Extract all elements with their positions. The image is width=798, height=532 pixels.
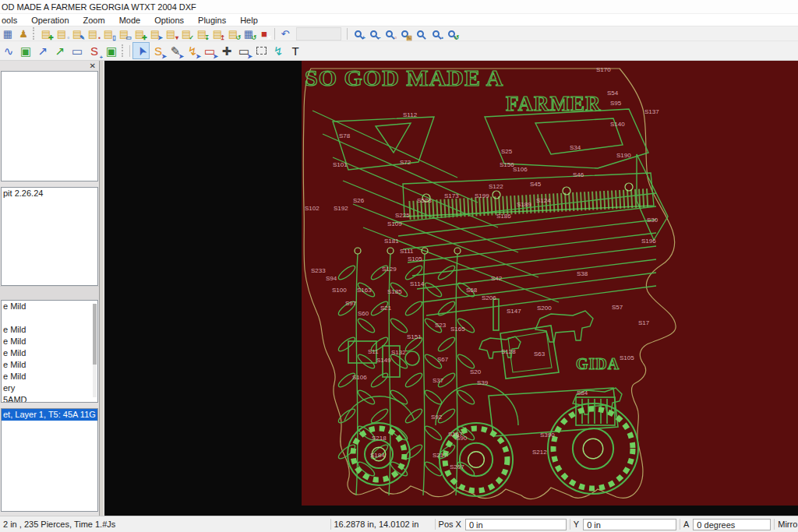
part-label: S173 bbox=[444, 192, 459, 199]
zoom-out-icon[interactable]: − bbox=[365, 27, 381, 41]
import-part-icon[interactable]: ▤↧ bbox=[194, 27, 210, 41]
zoom-selected-icon[interactable]: ▪ bbox=[428, 27, 443, 41]
add-part-icon[interactable]: ▤✚ bbox=[38, 27, 54, 41]
pan-icon[interactable]: ✚ bbox=[218, 42, 235, 59]
version-text: pit 2.26.24 bbox=[3, 188, 43, 198]
part-label: S21 bbox=[380, 305, 392, 312]
part-label: S124 bbox=[536, 197, 551, 204]
part-label: S102 bbox=[305, 205, 320, 212]
add-sequence-icon[interactable]: S₊ bbox=[86, 42, 103, 59]
replace-part-icon[interactable]: ▤✓ bbox=[178, 27, 194, 41]
part-label: S186 bbox=[496, 213, 511, 220]
measure-icon[interactable]: ↯ bbox=[270, 42, 287, 59]
list-item[interactable]: ery bbox=[2, 382, 97, 394]
consumables-list[interactable]: e Milde Milde Milde Milde Milde Mildery5… bbox=[1, 300, 98, 403]
update-parts-icon[interactable]: ▤↺ bbox=[225, 27, 241, 41]
drawing-canvas[interactable]: SO GOD MADE A FARMER GIDA bbox=[104, 61, 798, 516]
lead-arrow-icon[interactable]: ↗ bbox=[51, 42, 69, 59]
list-item[interactable]: e Mild bbox=[2, 301, 97, 312]
parts-list-box[interactable] bbox=[1, 71, 98, 181]
mirror-label: Mirro bbox=[775, 516, 798, 532]
toolbar-grip bbox=[122, 44, 125, 57]
status-bar: 2 in , 235 Pierces, Time 1.#Js 16.2878 i… bbox=[0, 516, 798, 532]
copy-part-icon[interactable]: ▤▭ bbox=[116, 27, 132, 41]
list-scrollbar[interactable] bbox=[93, 304, 97, 397]
zoom-previous-icon[interactable]: ↺ bbox=[443, 27, 459, 41]
part-label: S151 bbox=[407, 333, 422, 340]
part-label: S92 bbox=[431, 414, 443, 421]
edit-part-icon[interactable]: ▤✎ bbox=[69, 27, 85, 41]
nest-drawing: SO GOD MADE A FARMER GIDA bbox=[302, 61, 691, 506]
list-item[interactable]: e Mild bbox=[2, 359, 97, 371]
part-label: S34 bbox=[570, 144, 581, 151]
delete-icon[interactable]: ■✕ bbox=[256, 27, 272, 41]
main-toolbar: ▦♟▤✚▤▫▤✎▤▪▤▯▤▭▤✚▤➤▤▾▤✓▤↧▤↥▤↺▦↺■✕↶+−▫▤▪↺ bbox=[0, 26, 798, 41]
menu-item-operation[interactable]: Operation bbox=[24, 16, 76, 25]
part-label: S17 bbox=[638, 319, 650, 326]
part-label: S137 bbox=[644, 108, 659, 115]
pos-x-field[interactable]: 0 in bbox=[465, 519, 567, 530]
undo-icon[interactable]: ↶ bbox=[277, 27, 293, 41]
plate-sheet: SO GOD MADE A FARMER GIDA bbox=[302, 61, 798, 506]
part-label: S225 bbox=[395, 212, 410, 219]
close-icon[interactable]: ✕ bbox=[90, 62, 96, 70]
select-lead-icon[interactable]: ↯➤ bbox=[184, 42, 201, 59]
menu-bar: oolsOperationZoomModeOptionsPluginsHelp bbox=[0, 14, 798, 26]
toolbar-grip bbox=[33, 27, 37, 40]
angle-field[interactable]: 0 degrees bbox=[693, 519, 771, 530]
part-label: S129 bbox=[382, 266, 397, 273]
plate-icon[interactable]: ▭ bbox=[69, 42, 86, 59]
part-properties-icon[interactable]: ▤▪ bbox=[85, 27, 101, 41]
zoom-sheet-icon[interactable]: ▤ bbox=[397, 27, 412, 41]
select-sequence-icon[interactable]: S➤ bbox=[150, 42, 167, 59]
zoom-in-icon[interactable]: + bbox=[350, 27, 365, 41]
list-item[interactable]: 5AMD bbox=[2, 394, 97, 403]
part-label: S20 bbox=[470, 368, 482, 375]
select-arrow-icon[interactable]: ➤ bbox=[132, 42, 150, 59]
zoom-all-icon[interactable] bbox=[412, 27, 428, 41]
angle-label: A bbox=[683, 520, 689, 529]
angle-segment: A 0 degrees bbox=[680, 516, 774, 532]
select-pierce-icon[interactable]: ✎➤ bbox=[167, 42, 184, 59]
add-group-icon[interactable]: ▤✚ bbox=[132, 27, 147, 41]
copy-parts-icon[interactable]: ▤▫ bbox=[54, 27, 69, 41]
refresh-table-icon[interactable]: ▦↺ bbox=[241, 27, 256, 41]
pos-y-field[interactable]: 0 in bbox=[583, 519, 676, 530]
menu-item-help[interactable]: Help bbox=[233, 16, 265, 25]
operator-icon[interactable]: ♟ bbox=[16, 27, 31, 41]
select-marquee-icon[interactable] bbox=[252, 42, 270, 59]
list-item[interactable]: e Mild bbox=[2, 336, 97, 347]
calculator-icon[interactable]: ▦ bbox=[0, 27, 16, 41]
menu-item-ools[interactable]: ools bbox=[0, 16, 24, 25]
pos-x-label: Pos X bbox=[439, 520, 461, 529]
duplicate-part-icon[interactable]: ▤▯ bbox=[101, 27, 116, 41]
part-label: S184 bbox=[370, 452, 385, 459]
nest-part-icon[interactable]: ▣ bbox=[17, 42, 34, 59]
part-label: S101 bbox=[333, 161, 348, 168]
list-item[interactable]: e Mild bbox=[2, 371, 97, 382]
move-arrow-icon[interactable]: ↗ bbox=[34, 42, 51, 59]
layers-list[interactable]: et, Layer 1, T5: 45A 11G Fine ... bbox=[1, 408, 98, 512]
menu-item-mode[interactable]: Mode bbox=[112, 16, 148, 25]
list-item[interactable]: e Mild bbox=[2, 347, 97, 359]
zoom-window-icon[interactable]: ▫ bbox=[381, 27, 397, 41]
menu-item-zoom[interactable]: Zoom bbox=[76, 16, 112, 25]
list-item[interactable]: e Mild bbox=[2, 324, 97, 336]
remove-part-icon[interactable]: ▤▾ bbox=[163, 27, 178, 41]
list-item[interactable] bbox=[2, 312, 97, 324]
part-label: S90 bbox=[456, 435, 468, 442]
select-region-icon[interactable]: ▭➤ bbox=[201, 42, 218, 59]
part-label: S72 bbox=[400, 159, 411, 166]
cut-sequence-icon[interactable]: ∿ bbox=[0, 42, 17, 59]
export-part-icon[interactable]: ▤↥ bbox=[210, 27, 225, 41]
menu-item-plugins[interactable]: Plugins bbox=[191, 16, 233, 25]
version-box[interactable]: pit 2.26.24 bbox=[1, 187, 98, 286]
part-label: S190 bbox=[616, 152, 631, 159]
selected-layer-item[interactable]: et, Layer 1, T5: 45A 11G Fine ... bbox=[2, 409, 97, 421]
select-window-icon[interactable]: ▭➤ bbox=[235, 42, 252, 59]
text-tool-icon[interactable]: T bbox=[287, 42, 304, 59]
move-part-icon[interactable]: ▤➤ bbox=[147, 27, 163, 41]
part-label: S67 bbox=[437, 356, 449, 363]
corner-loop-icon[interactable]: ▣ bbox=[103, 42, 120, 59]
menu-item-options[interactable]: Options bbox=[147, 16, 191, 25]
